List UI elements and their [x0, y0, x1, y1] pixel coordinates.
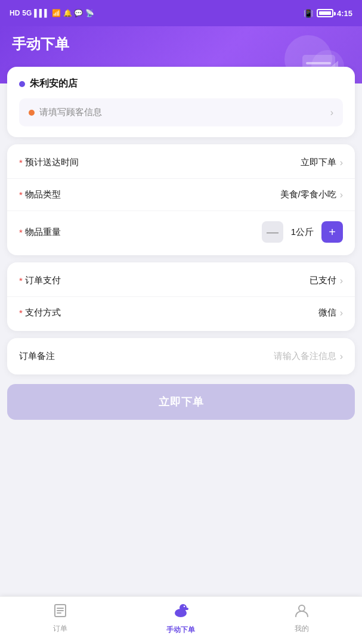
customer-dot-icon	[29, 110, 35, 116]
orders-nav-icon	[52, 602, 69, 621]
hd-indicator: HD	[10, 9, 20, 17]
status-left: HD 5G ▌▌▌ 📶 🔔 💬 📡	[10, 9, 94, 17]
payment-status-required-star: *	[19, 275, 23, 286]
customer-info-placeholder: 请填写顾客信息	[39, 107, 102, 118]
nav-item-orders[interactable]: 订单	[0, 602, 120, 639]
payment-status-value: 已支付 ›	[310, 275, 343, 286]
wifi-icon: 📶	[52, 9, 61, 17]
payment-method-label: * 支付方式	[19, 307, 61, 318]
delivery-chevron-icon: ›	[340, 157, 343, 168]
item-type-required-star: *	[19, 190, 23, 200]
time-display: 4:15	[337, 9, 352, 18]
payment-status-row[interactable]: * 订单支付 已支付 ›	[7, 265, 355, 297]
store-dot-icon	[19, 81, 25, 87]
payment-method-required-star: *	[19, 308, 23, 318]
svg-point-11	[184, 606, 185, 607]
weight-stepper: — 1公斤 +	[262, 221, 343, 243]
remark-value: 请输入备注信息 ›	[274, 351, 343, 362]
profile-nav-icon	[293, 602, 310, 621]
remark-placeholder: 请输入备注信息	[274, 351, 336, 362]
weight-label: * 物品重量	[19, 227, 61, 238]
remark-row[interactable]: 订单备注 请输入备注信息 ›	[7, 340, 355, 372]
payment-status-label: * 订单支付	[19, 275, 61, 286]
svg-point-12	[299, 605, 305, 611]
status-bar: HD 5G ▌▌▌ 📶 🔔 💬 📡 📳 4:15	[0, 0, 362, 26]
weight-increase-button[interactable]: +	[321, 221, 343, 243]
payment-method-chevron-icon: ›	[340, 308, 343, 318]
item-type-row[interactable]: * 物品类型 美食/零食小吃 ›	[7, 179, 355, 211]
remark-chevron-icon: ›	[340, 351, 343, 362]
bottom-nav: 订单 手动下单 我的	[0, 596, 362, 644]
nav-label-profile: 我的	[295, 624, 309, 634]
vibrate-icon: 📳	[304, 9, 313, 18]
weight-value: 1公斤	[290, 227, 314, 238]
nav-label-orders: 订单	[53, 624, 67, 634]
weight-required-star: *	[19, 227, 23, 237]
weight-row: * 物品重量 — 1公斤 +	[7, 211, 355, 253]
signal-bars: ▌▌▌	[34, 9, 49, 17]
store-name-row: 朱利安的店	[19, 78, 343, 90]
nav-item-profile[interactable]: 我的	[242, 602, 362, 639]
nav-label-manual-order: 手动下单	[166, 625, 195, 635]
signal-5g: 5G	[22, 9, 32, 17]
remark-label: 订单备注	[19, 351, 55, 362]
customer-info-button[interactable]: 请填写顾客信息 ›	[19, 98, 343, 126]
notification-icons: 🔔 💬 📡	[63, 9, 94, 17]
delivery-time-value: 立即下单 ›	[301, 157, 343, 168]
battery-icon	[317, 9, 333, 17]
delivery-required-star: *	[19, 157, 23, 168]
weight-decrease-button[interactable]: —	[262, 221, 283, 243]
svg-point-9	[180, 604, 187, 611]
item-type-label: * 物品类型	[19, 189, 61, 200]
nav-item-manual-order[interactable]: 手动下单	[120, 601, 241, 640]
payment-method-value: 微信 ›	[318, 307, 343, 318]
form-card-remark: 订单备注 请输入备注信息 ›	[7, 338, 355, 374]
customer-info-left: 请填写顾客信息	[29, 107, 102, 118]
item-type-value: 美食/零食小吃 ›	[280, 189, 344, 200]
form-card-delivery: * 预计送达时间 立即下单 › * 物品类型 美食/零食小吃 › * 物品重量	[7, 144, 355, 255]
svg-point-10	[185, 608, 188, 610]
store-name: 朱利安的店	[30, 78, 78, 90]
store-card: 朱利安的店 请填写顾客信息 ›	[7, 67, 355, 137]
main-content: 朱利安的店 请填写顾客信息 › * 预计送达时间 立即下单 › *	[0, 67, 362, 473]
item-type-chevron-icon: ›	[340, 190, 343, 200]
delivery-time-row[interactable]: * 预计送达时间 立即下单 ›	[7, 147, 355, 179]
payment-method-row[interactable]: * 支付方式 微信 ›	[7, 297, 355, 329]
payment-status-chevron-icon: ›	[340, 275, 343, 286]
manual-order-nav-icon	[171, 601, 190, 623]
status-right: 📳 4:15	[304, 9, 352, 18]
submit-order-button[interactable]: 立即下单	[7, 384, 355, 420]
delivery-time-label: * 预计送达时间	[19, 157, 79, 168]
customer-info-chevron-icon: ›	[330, 107, 333, 118]
form-card-payment: * 订单支付 已支付 › * 支付方式 微信 ›	[7, 262, 355, 331]
